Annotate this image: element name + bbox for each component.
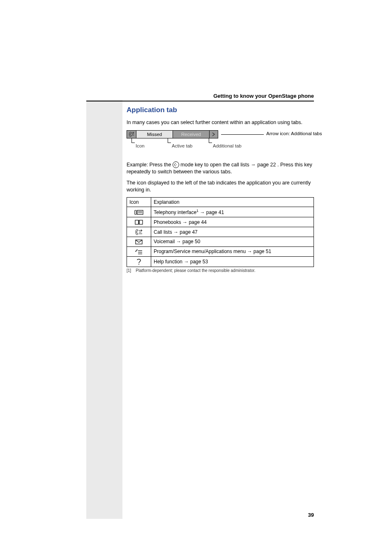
callout-leader-line <box>221 134 264 135</box>
footnote-text: Platform-dependent; please contact the r… <box>136 268 255 273</box>
mode-key-icon <box>173 161 179 168</box>
explanation-cell: Phonebooks → page 44 <box>151 217 314 227</box>
icon-cell <box>127 246 151 256</box>
footnote-label: [1] <box>127 268 131 273</box>
callout-icon-text: Icon <box>136 143 145 148</box>
table-row: Voicemail → page 50 <box>127 237 314 247</box>
explanation-cell: Call lists → page 47 <box>151 227 314 237</box>
footnote: [1] Platform-dependent; please contact t… <box>127 268 314 273</box>
explanation-text: Voicemail <box>154 239 175 244</box>
svg-rect-5 <box>135 220 138 224</box>
icon-cell <box>127 207 151 217</box>
tab-label: Missed <box>147 132 162 137</box>
icon-cell <box>127 217 151 227</box>
callout-active-text: Active tab <box>172 143 193 148</box>
callout-tick <box>131 138 132 143</box>
table-row: Phonebooks → page 44 <box>127 217 314 227</box>
running-header: Getting to know your OpenStage phone <box>86 93 314 101</box>
svg-rect-1 <box>135 210 136 214</box>
table-head-icon: Icon <box>127 198 151 207</box>
telephony-interface-icon <box>134 210 143 215</box>
arrow-icon: → <box>247 249 252 254</box>
icon-cell <box>127 256 151 267</box>
explanation-cell: Help function → page 53 <box>151 256 314 267</box>
service-menu-icon <box>135 249 143 255</box>
icon-cell <box>127 237 151 247</box>
voicemail-icon <box>135 239 143 245</box>
table-row: Telephony interface1 → page 41 <box>127 207 314 217</box>
section-title: Application tab <box>127 106 314 114</box>
content-column: Application tab In many cases you can se… <box>127 106 314 273</box>
explanation-cell: Voicemail → page 50 <box>151 237 314 247</box>
phonebooks-icon <box>134 219 143 225</box>
tab-app-icon <box>127 130 136 138</box>
page: Getting to know your OpenStage phone App… <box>0 0 392 555</box>
example-paragraph: Example: Press the mode key to open the … <box>127 161 314 175</box>
call-lists-icon <box>135 229 143 235</box>
tabs-illustration: Missed Received Arrow icon: Additional t… <box>127 130 314 152</box>
tab-received: Received <box>173 130 210 138</box>
page-ref: page 53 <box>190 259 208 265</box>
callout-arrow-label: Arrow icon: Additional tabs <box>266 131 322 136</box>
example-page-ref: page 22 <box>257 162 276 168</box>
intro-paragraph: In many cases you can select further con… <box>127 119 314 126</box>
explanation-text: Phonebooks <box>154 219 181 225</box>
page-ref: page 44 <box>189 219 206 225</box>
explanation-text: Telephony interface <box>154 210 196 215</box>
svg-rect-2 <box>137 210 143 214</box>
tabs-row: Missed Received Arrow icon: Additional t… <box>127 130 314 138</box>
header-rule <box>86 101 314 101</box>
example-text-before: Example: Press the <box>127 162 173 168</box>
callout-tick <box>168 138 168 143</box>
table-head-explanation: Explanation <box>151 198 314 207</box>
tab-label: Received <box>181 132 201 137</box>
left-margin-bar <box>86 100 122 519</box>
explanation-text: Help function <box>154 259 182 265</box>
callout-tick <box>209 138 209 143</box>
svg-rect-6 <box>139 220 143 224</box>
explanation-text: Call lists <box>154 229 172 235</box>
arrow-icon: → <box>182 219 187 225</box>
page-ref: page 51 <box>254 249 271 254</box>
call-lists-icon <box>129 132 134 137</box>
arrow-icon: → <box>184 259 189 265</box>
callout-tick-h <box>209 143 212 143</box>
icon-paragraph: The icon displayed to the left of the ta… <box>127 180 314 193</box>
page-ref: page 41 <box>206 210 224 215</box>
table-row: Program/Service menu/Applications menu →… <box>127 246 314 256</box>
header-section-title: Getting to know your OpenStage phone <box>86 93 314 101</box>
mode-key-glyph-icon <box>174 163 178 166</box>
arrow-icon: → <box>173 229 178 235</box>
svg-point-15 <box>138 264 139 265</box>
table-header-row: Icon Explanation <box>127 198 314 207</box>
icon-explanation-table: Icon Explanation Telephony <box>127 197 314 267</box>
arrow-icon: → <box>251 162 256 168</box>
svg-point-0 <box>176 164 176 165</box>
table-row: Help function → page 53 <box>127 256 314 267</box>
table-row: Call lists → page 47 <box>127 227 314 237</box>
page-number: 39 <box>308 512 314 518</box>
tab-missed: Missed <box>136 130 173 138</box>
callout-additional-text: Additional tab <box>213 143 242 148</box>
tab-more-arrow <box>209 130 218 138</box>
callouts-row: Icon Active tab Additional tab <box>127 138 314 152</box>
explanation-cell: Telephony interface1 → page 41 <box>151 207 314 217</box>
callout-tick-h <box>131 143 135 143</box>
icon-cell <box>127 227 151 237</box>
explanation-text: Program/Service menu/Applications menu <box>154 249 246 254</box>
chevron-right-icon <box>212 132 215 136</box>
page-ref: page 50 <box>182 239 200 244</box>
explanation-cell: Program/Service menu/Applications menu →… <box>151 246 314 256</box>
footnote-marker: 1 <box>196 209 198 213</box>
callout-tick-h <box>168 143 171 143</box>
arrow-icon: → <box>200 210 205 215</box>
help-icon <box>136 258 142 265</box>
arrow-icon: → <box>176 239 181 244</box>
page-ref: page 47 <box>180 229 197 235</box>
example-text-after-icon: mode key to open the call lists <box>180 162 251 168</box>
